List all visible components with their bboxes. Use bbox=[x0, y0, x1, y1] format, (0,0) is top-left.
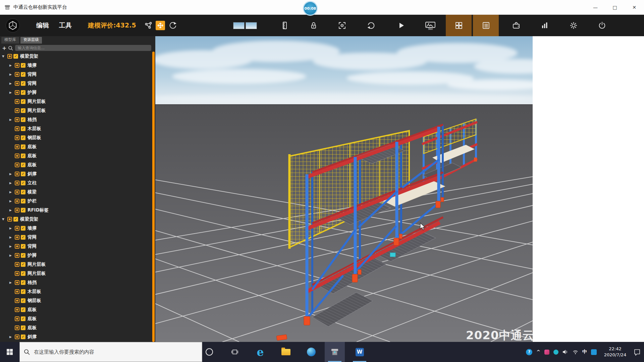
tray-overflow-chevron-icon[interactable]: ^ bbox=[536, 349, 540, 355]
tree-expand-icon[interactable]: ▶ bbox=[9, 118, 15, 121]
tray-pink-app-icon[interactable] bbox=[544, 350, 549, 355]
select-checkbox-icon[interactable] bbox=[21, 90, 25, 95]
tree-expand-icon[interactable]: ▼ bbox=[2, 218, 7, 221]
tree-item[interactable]: ▶ 护栏 bbox=[0, 196, 151, 205]
tree-expand-icon[interactable]: ▶ bbox=[9, 281, 15, 284]
skybox-thumbnail-2[interactable] bbox=[246, 22, 257, 29]
tree-expand-icon[interactable]: ▶ bbox=[9, 91, 15, 94]
select-checkbox-icon[interactable] bbox=[21, 226, 25, 231]
select-checkbox-icon[interactable] bbox=[21, 190, 25, 194]
browser-app-button[interactable] bbox=[301, 342, 321, 362]
file-explorer-button[interactable] bbox=[276, 342, 296, 362]
focus-scan-icon[interactable] bbox=[338, 21, 346, 30]
visibility-eye-icon[interactable] bbox=[15, 144, 19, 149]
select-checkbox-icon[interactable] bbox=[21, 154, 25, 158]
visibility-eye-icon[interactable] bbox=[15, 63, 19, 68]
visibility-eye-icon[interactable] bbox=[15, 108, 19, 113]
cortana-button[interactable] bbox=[199, 342, 219, 362]
tree-expand-icon[interactable]: ▶ bbox=[9, 82, 15, 85]
tree-expand-icon[interactable]: ▶ bbox=[9, 254, 15, 257]
select-checkbox-icon[interactable] bbox=[21, 126, 25, 131]
tree-expand-icon[interactable]: ▶ bbox=[9, 199, 15, 203]
tree-expand-icon[interactable]: ▶ bbox=[9, 227, 15, 230]
select-checkbox-icon[interactable] bbox=[21, 163, 25, 167]
package-icon[interactable] bbox=[512, 21, 521, 30]
tree-item[interactable]: ▶ 背网 bbox=[0, 70, 151, 79]
node-graph-icon[interactable] bbox=[144, 21, 153, 30]
tree-item[interactable]: ▼ 横梁货架 bbox=[0, 215, 151, 224]
visibility-eye-icon[interactable] bbox=[15, 244, 19, 249]
select-checkbox-icon[interactable] bbox=[21, 108, 25, 113]
task-view-button[interactable] bbox=[225, 342, 245, 362]
sidebar-scrollbar[interactable] bbox=[152, 52, 155, 342]
select-checkbox-icon[interactable] bbox=[21, 325, 25, 330]
visibility-eye-icon[interactable] bbox=[15, 208, 19, 213]
tree-expand-icon[interactable]: ▶ bbox=[9, 208, 15, 212]
settings-gear-icon[interactable] bbox=[569, 21, 578, 30]
taskbar-search[interactable] bbox=[19, 342, 202, 362]
visibility-eye-icon[interactable] bbox=[15, 262, 19, 267]
edge-browser-button[interactable]: e bbox=[250, 342, 270, 362]
select-checkbox-icon[interactable] bbox=[21, 144, 25, 149]
visibility-eye-icon[interactable] bbox=[7, 54, 12, 59]
network-wifi-icon[interactable] bbox=[573, 349, 578, 355]
tree-expand-icon[interactable]: ▶ bbox=[9, 245, 15, 248]
power-icon[interactable] bbox=[598, 21, 606, 30]
layout-grid-button[interactable] bbox=[446, 15, 472, 36]
select-checkbox-icon[interactable] bbox=[21, 307, 25, 312]
modeling-app-button[interactable] bbox=[325, 342, 345, 362]
tree-item[interactable]: 底板 bbox=[0, 160, 151, 169]
visibility-eye-icon[interactable] bbox=[15, 99, 19, 104]
tree-item[interactable]: ▶ 斜撑 bbox=[0, 169, 151, 178]
select-checkbox-icon[interactable] bbox=[21, 208, 25, 213]
taskbar-clock[interactable]: 22:42 2020/7/24 bbox=[601, 346, 630, 358]
visibility-eye-icon[interactable] bbox=[15, 117, 19, 122]
visibility-eye-icon[interactable] bbox=[15, 81, 19, 86]
select-checkbox-icon[interactable] bbox=[21, 81, 25, 86]
tree-item[interactable]: 网片层板 bbox=[0, 97, 151, 106]
skybox-thumbnails[interactable] bbox=[233, 15, 257, 36]
select-checkbox-icon[interactable] bbox=[21, 235, 25, 240]
panorama-360-icon[interactable]: 360 bbox=[425, 21, 436, 30]
tree-item[interactable]: ▶ RFID标签 bbox=[0, 205, 151, 215]
visibility-eye-icon[interactable] bbox=[15, 253, 19, 258]
add-button[interactable]: + bbox=[2, 45, 6, 51]
visibility-eye-icon[interactable] bbox=[15, 172, 19, 176]
tree-item[interactable]: 木层板 bbox=[0, 287, 151, 296]
select-checkbox-icon[interactable] bbox=[21, 117, 25, 122]
tree-expand-icon[interactable]: ▶ bbox=[9, 181, 15, 185]
tree-item[interactable]: 网片层板 bbox=[0, 260, 151, 269]
select-checkbox-icon[interactable] bbox=[21, 316, 25, 321]
ruler-icon[interactable] bbox=[280, 21, 289, 30]
tree-expand-icon[interactable]: ▶ bbox=[9, 172, 15, 176]
select-checkbox-icon[interactable] bbox=[21, 244, 25, 249]
select-checkbox-icon[interactable] bbox=[21, 271, 25, 276]
tree-item[interactable]: 网片层板 bbox=[0, 269, 151, 278]
select-checkbox-icon[interactable] bbox=[21, 63, 25, 68]
tray-teal-app-icon[interactable] bbox=[553, 350, 558, 355]
transform-move-button[interactable] bbox=[156, 21, 165, 30]
select-checkbox-icon[interactable] bbox=[21, 298, 25, 303]
close-button[interactable]: ✕ bbox=[625, 0, 644, 14]
visibility-eye-icon[interactable] bbox=[15, 307, 19, 312]
viewport-3d-scene[interactable]: 2020中通云仓杯 bbox=[155, 36, 533, 342]
tree-item[interactable]: 钢层板 bbox=[0, 133, 151, 142]
tree-item[interactable]: ▶ 墙撑 bbox=[0, 224, 151, 233]
refresh-icon[interactable] bbox=[168, 21, 177, 30]
ime-indicator[interactable]: 中 bbox=[582, 349, 587, 355]
select-checkbox-icon[interactable] bbox=[21, 72, 25, 77]
tree-item[interactable]: ▶ 护脚 bbox=[0, 88, 151, 97]
select-checkbox-icon[interactable] bbox=[21, 253, 25, 258]
lock-icon[interactable] bbox=[309, 21, 318, 30]
layer-list-button[interactable] bbox=[473, 15, 499, 36]
tree-item[interactable]: ▶ 背网 bbox=[0, 79, 151, 88]
wps-app-button[interactable]: W bbox=[350, 342, 370, 362]
tree-item[interactable]: ▶ 格挡 bbox=[0, 115, 151, 124]
visibility-eye-icon[interactable] bbox=[15, 126, 19, 131]
visibility-eye-icon[interactable] bbox=[15, 271, 19, 276]
tree-item[interactable]: ▶ 墙撑 bbox=[0, 61, 151, 70]
select-checkbox-icon[interactable] bbox=[21, 135, 25, 140]
visibility-eye-icon[interactable] bbox=[15, 335, 19, 339]
tree-item[interactable]: ▼ 横梁货架 bbox=[0, 52, 151, 61]
tree-item[interactable]: 底板 bbox=[0, 142, 151, 151]
